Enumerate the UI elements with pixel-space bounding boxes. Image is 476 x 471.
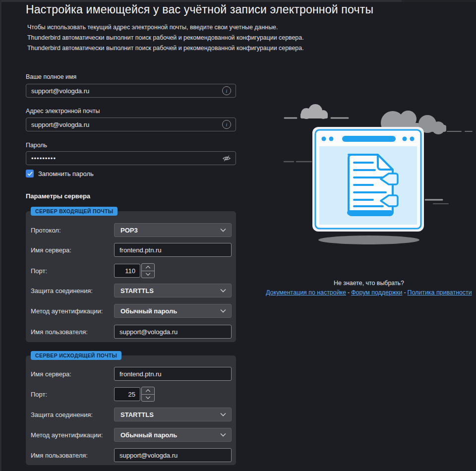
- outgoing-port-input[interactable]: [114, 387, 140, 401]
- spin-down-button[interactable]: [142, 394, 154, 402]
- outgoing-auth-dropdown[interactable]: Обычный пароль: [114, 428, 232, 442]
- chevron-up-icon: [145, 389, 151, 392]
- hostname-label: Имя сервера:: [31, 246, 114, 254]
- chevron-down-icon: [220, 433, 226, 437]
- outgoing-username-row: Имя пользователя:: [31, 448, 233, 462]
- email-field[interactable]: i: [26, 118, 236, 131]
- incoming-security-row: Защита соединения: STARTTLS: [31, 284, 233, 297]
- outgoing-hostname-row: Имя сервера:: [31, 367, 233, 381]
- password-label: Пароль: [26, 142, 47, 149]
- chevron-down-icon: [220, 309, 226, 313]
- spin-up-button[interactable]: [142, 387, 154, 394]
- chevron-down-icon: [220, 412, 226, 416]
- full-name-input[interactable]: [26, 87, 222, 95]
- remember-password-row: Запомнить пароль: [26, 170, 94, 177]
- chevron-up-icon: [145, 266, 151, 269]
- incoming-port-row: Порт:: [31, 264, 233, 278]
- cloud-left: [285, 104, 348, 119]
- page-subtitle: Чтобы использовать текущий адрес электро…: [27, 22, 304, 54]
- port-label: Порт:: [31, 267, 114, 275]
- hostname-control: [114, 367, 232, 381]
- subtitle-line: Thunderbird автоматически выполнит поиск…: [27, 43, 304, 54]
- incoming-auth-row: Метод аутентификации: Обычный пароль: [31, 304, 233, 318]
- spin-down-button[interactable]: [142, 271, 154, 278]
- incoming-auth-dropdown[interactable]: Обычный пароль: [114, 304, 232, 318]
- username-label: Имя пользователя:: [31, 328, 114, 336]
- page-title: Настройка имеющейся у вас учётной записи…: [26, 3, 373, 16]
- incoming-hostname-input[interactable]: [114, 243, 232, 257]
- password-field[interactable]: [26, 151, 236, 165]
- info-icon: i: [222, 86, 231, 95]
- email-label: Адрес электронной почты: [26, 108, 100, 115]
- username-control: [114, 448, 232, 462]
- protocol-value: POP3: [120, 227, 138, 234]
- outgoing-security-row: Защита соединения: STARTTLS: [31, 408, 233, 421]
- link-separator: -: [404, 289, 406, 296]
- remember-password-checkbox[interactable]: [26, 170, 34, 177]
- info-icon: i: [222, 120, 231, 129]
- spin-up-button[interactable]: [142, 264, 154, 271]
- protocol-row: Протокол: POP3: [31, 223, 233, 237]
- chevron-down-icon: [220, 228, 226, 232]
- security-label: Защита соединения:: [31, 411, 114, 418]
- eye-slash-icon[interactable]: [222, 155, 231, 162]
- mail-setup-illustration: [268, 98, 476, 249]
- incoming-server-panel: СЕРВЕР ВХОДЯЩЕЙ ПОЧТЫ Протокол: POP3 Имя…: [26, 211, 236, 342]
- window-top-edge-right: [402, 0, 476, 2]
- chevron-down-icon: [220, 289, 226, 293]
- port-spinner: [141, 387, 155, 402]
- username-control: [114, 325, 232, 339]
- auth-value: Обычный пароль: [120, 431, 177, 439]
- port-label: Порт:: [31, 391, 114, 398]
- security-label: Защита соединения:: [31, 287, 114, 294]
- incoming-username-row: Имя пользователя:: [31, 325, 233, 339]
- incoming-username-input[interactable]: [114, 325, 232, 339]
- window-top-edge: [0, 0, 402, 2]
- account-setup-screen: Настройка имеющейся у вас учётной записи…: [0, 0, 476, 471]
- check-icon: [27, 172, 33, 176]
- incoming-port-input[interactable]: [114, 264, 140, 278]
- password-input[interactable]: [26, 155, 222, 162]
- subtitle-line: Чтобы использовать текущий адрес электро…: [27, 22, 304, 33]
- help-links: Документация по настройке-Форум поддержк…: [258, 289, 476, 296]
- outgoing-security-dropdown[interactable]: STARTTLS: [114, 408, 232, 421]
- protocol-dropdown[interactable]: POP3: [114, 223, 232, 237]
- chevron-down-icon: [145, 396, 151, 399]
- full-name-field[interactable]: i: [26, 84, 236, 98]
- security-value: STARTTLS: [120, 411, 154, 418]
- link-setup-documentation[interactable]: Документация по настройке: [266, 289, 346, 296]
- outgoing-hostname-input[interactable]: [114, 367, 232, 381]
- window-left-edge: [0, 0, 1, 471]
- port-spinner: [141, 263, 155, 278]
- auth-value: Обычный пароль: [120, 307, 177, 315]
- full-name-label: Ваше полное имя: [26, 73, 76, 80]
- outgoing-server-badge: СЕРВЕР ИСХОДЯЩЕЙ ПОЧТЫ: [31, 351, 121, 360]
- window-shadow: [318, 236, 419, 244]
- outgoing-server-panel: СЕРВЕР ИСХОДЯЩЕЙ ПОЧТЫ Имя сервера: Порт…: [26, 355, 236, 465]
- help-block: Не знаете, что выбрать? Документация по …: [258, 280, 476, 296]
- hostname-control: [114, 243, 232, 257]
- server-config-heading: Параметры сервера: [26, 192, 90, 200]
- link-support-forum[interactable]: Форум поддержки: [351, 289, 402, 296]
- chevron-down-icon: [145, 273, 151, 276]
- security-value: STARTTLS: [120, 287, 154, 294]
- auth-label: Метод аутентификации:: [31, 431, 114, 439]
- outgoing-port-row: Порт:: [31, 387, 233, 401]
- hostname-label: Имя сервера:: [31, 370, 114, 378]
- remember-password-label: Запомнить пароль: [38, 170, 94, 177]
- port-control: [114, 387, 159, 401]
- link-privacy-policy[interactable]: Политика приватности: [408, 289, 472, 296]
- outgoing-username-input[interactable]: [114, 448, 232, 462]
- auth-label: Метод аутентификации:: [31, 307, 114, 315]
- email-input[interactable]: [26, 121, 222, 128]
- subtitle-line: Thunderbird автоматически выполнит поиск…: [27, 33, 304, 43]
- incoming-server-badge: СЕРВЕР ВХОДЯЩЕЙ ПОЧТЫ: [31, 207, 118, 216]
- help-question: Не знаете, что выбрать?: [258, 280, 476, 287]
- outgoing-auth-row: Метод аутентификации: Обычный пароль: [31, 428, 233, 442]
- link-separator: -: [348, 289, 350, 296]
- protocol-label: Протокол:: [31, 227, 114, 234]
- username-label: Имя пользователя:: [31, 452, 114, 459]
- incoming-hostname-row: Имя сервера:: [31, 243, 233, 257]
- port-control: [114, 264, 159, 278]
- incoming-security-dropdown[interactable]: STARTTLS: [114, 284, 232, 297]
